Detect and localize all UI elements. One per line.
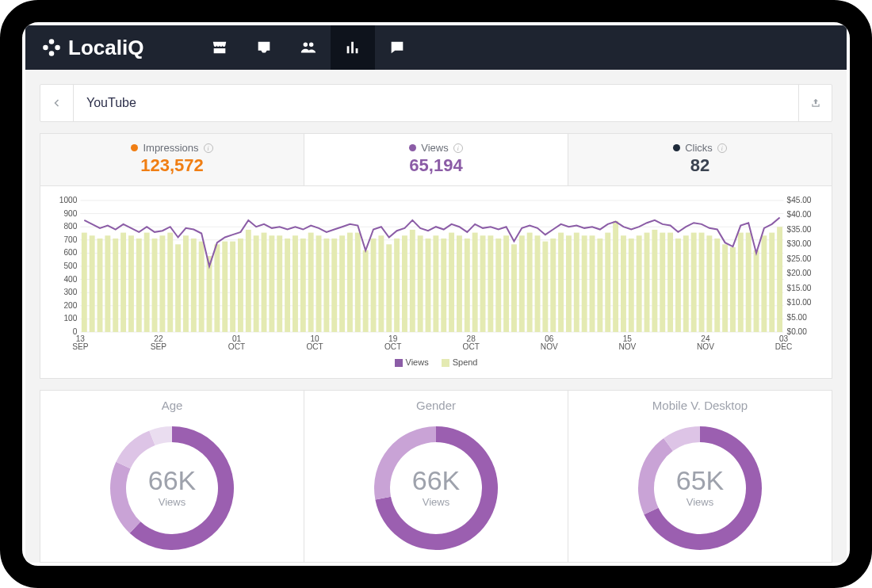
svg-rect-103	[605, 233, 610, 332]
svg-rect-59	[262, 233, 267, 332]
svg-rect-64	[300, 239, 306, 332]
donut-age: Age 66K Views	[40, 391, 304, 562]
svg-rect-62	[285, 239, 290, 332]
svg-rect-53	[214, 244, 220, 332]
svg-text:800: 800	[63, 222, 77, 231]
svg-rect-80	[426, 239, 431, 332]
svg-text:400: 400	[63, 275, 77, 284]
chart-legend: ViewsSpend	[52, 354, 820, 373]
legend-item: Spend	[442, 357, 478, 367]
info-icon[interactable]: i	[717, 143, 727, 153]
nav-people-icon[interactable]	[286, 25, 331, 70]
svg-rect-74	[378, 235, 384, 332]
svg-rect-110	[660, 233, 665, 332]
svg-rect-56	[238, 239, 243, 332]
svg-rect-84	[457, 235, 462, 332]
brand-name: LocaliQ	[68, 36, 143, 60]
metric-tab-views[interactable]: Views i 65,194	[304, 134, 568, 185]
back-button[interactable]	[40, 85, 74, 121]
svg-rect-118	[722, 244, 728, 332]
svg-rect-51	[199, 242, 205, 332]
svg-rect-66	[316, 235, 322, 332]
svg-rect-68	[331, 239, 337, 332]
svg-rect-89	[495, 239, 501, 332]
svg-text:1000: 1000	[59, 196, 78, 204]
svg-rect-109	[652, 230, 657, 332]
svg-rect-54	[222, 242, 228, 332]
brand[interactable]: LocaliQ	[41, 36, 143, 60]
svg-point-0	[49, 39, 55, 44]
svg-text:OCT: OCT	[463, 342, 480, 351]
svg-rect-49	[183, 235, 189, 332]
svg-text:OCT: OCT	[306, 342, 323, 351]
svg-rect-41	[120, 233, 126, 332]
svg-point-1	[55, 45, 60, 51]
svg-rect-102	[597, 239, 602, 332]
app-window: LocaliQ	[25, 25, 847, 563]
svg-rect-106	[629, 239, 634, 332]
svg-text:$15.00: $15.00	[787, 284, 812, 292]
svg-rect-57	[246, 230, 251, 332]
svg-rect-47	[167, 233, 173, 332]
svg-rect-83	[449, 233, 454, 332]
svg-rect-43	[136, 239, 142, 332]
svg-rect-122	[754, 250, 759, 332]
svg-text:900: 900	[63, 209, 77, 218]
svg-rect-42	[128, 235, 134, 332]
svg-rect-85	[465, 239, 470, 332]
info-icon[interactable]: i	[453, 143, 463, 153]
svg-rect-117	[714, 239, 720, 332]
svg-text:700: 700	[63, 235, 77, 244]
svg-rect-38	[98, 239, 103, 332]
svg-rect-123	[761, 235, 767, 332]
svg-text:OCT: OCT	[384, 342, 401, 351]
nav-analytics-icon[interactable]	[331, 25, 375, 70]
nav-chat-icon[interactable]	[375, 25, 419, 70]
metric-tab-clicks[interactable]: Clicks i 82	[568, 134, 832, 185]
svg-rect-101	[590, 235, 595, 332]
content-area: YouTube Impressions i 123,572 Views i 65…	[25, 70, 847, 563]
svg-text:200: 200	[63, 301, 77, 310]
svg-rect-95	[542, 242, 548, 332]
svg-rect-75	[386, 244, 392, 332]
svg-rect-71	[355, 233, 361, 332]
svg-rect-105	[621, 235, 626, 332]
svg-rect-76	[394, 239, 400, 332]
svg-rect-50	[191, 239, 197, 332]
svg-rect-112	[675, 239, 681, 332]
svg-text:600: 600	[63, 248, 77, 257]
svg-text:$5.00: $5.00	[787, 313, 808, 322]
share-icon	[810, 97, 821, 109]
donut-row: Age 66K Views Gender 66K Views Mobile V.…	[40, 390, 832, 563]
metric-tab-impressions[interactable]: Impressions i 123,572	[40, 134, 304, 185]
svg-text:$25.00: $25.00	[787, 254, 812, 263]
donut-title: Mobile V. Desktop	[652, 399, 748, 412]
svg-point-2	[49, 51, 55, 56]
nav-store-icon[interactable]	[197, 25, 242, 70]
donut-center-label: Views	[687, 496, 714, 508]
svg-rect-98	[566, 235, 572, 332]
metrics-panel: Impressions i 123,572 Views i 65,194 Cli…	[40, 133, 832, 379]
svg-text:SEP: SEP	[72, 342, 89, 351]
svg-rect-73	[371, 239, 377, 332]
nav-inbox-icon[interactable]	[242, 25, 286, 70]
svg-text:$40.00: $40.00	[787, 210, 812, 219]
svg-rect-79	[418, 235, 423, 332]
metric-dot-icon	[409, 144, 416, 151]
donut-center-value: 66K	[412, 465, 461, 495]
svg-rect-44	[144, 233, 150, 332]
svg-rect-65	[308, 233, 314, 332]
svg-rect-61	[277, 235, 282, 332]
donut-title: Age	[162, 399, 183, 412]
svg-rect-67	[323, 239, 329, 332]
tablet-frame: LocaliQ	[0, 0, 872, 588]
svg-rect-70	[347, 233, 353, 332]
svg-text:500: 500	[63, 262, 77, 270]
svg-text:OCT: OCT	[228, 342, 245, 351]
metric-label: Views i	[304, 142, 568, 154]
timeseries-chart: 01002003004005006007008009001000$0.00$5.…	[40, 186, 832, 378]
page-title: YouTube	[74, 96, 798, 110]
svg-rect-90	[503, 235, 509, 332]
info-icon[interactable]: i	[204, 143, 213, 153]
share-button[interactable]	[798, 85, 832, 121]
